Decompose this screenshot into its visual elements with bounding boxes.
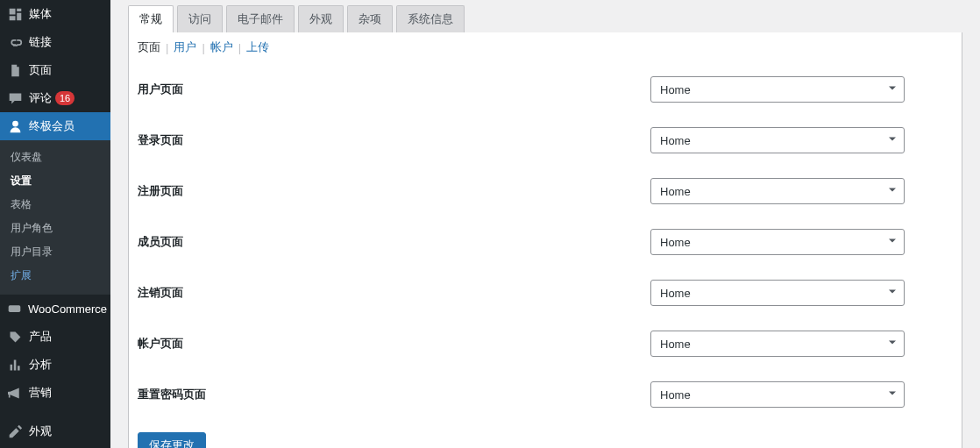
tab-general[interactable]: 常规	[128, 5, 174, 32]
comment-icon	[7, 90, 23, 106]
label-reset-page: 重置密码页面	[138, 387, 650, 402]
subtab-pages[interactable]: 页面	[138, 39, 160, 55]
sidebar-label: 终极会员	[29, 118, 75, 134]
sidebar-label: 媒体	[29, 6, 52, 22]
sidebar-item-marketing[interactable]: 营销	[0, 379, 110, 407]
submenu-extensions[interactable]: 扩展	[0, 264, 110, 288]
subtab-users[interactable]: 用户	[174, 39, 196, 55]
subtab-account[interactable]: 帐户	[210, 39, 233, 55]
sidebar-item-comments[interactable]: 评论 16	[0, 84, 110, 112]
submenu-roles[interactable]: 用户角色	[0, 217, 110, 240]
comments-badge: 16	[55, 91, 75, 105]
sidebar-item-appearance[interactable]: 外观	[0, 417, 110, 445]
sidebar-submenu: 仪表盘 设置 表格 用户角色 用户目录 扩展	[0, 140, 110, 295]
sidebar-label: 页面	[29, 62, 52, 78]
select-members-page[interactable]: Home	[650, 229, 905, 255]
select-register-page[interactable]: Home	[650, 178, 905, 204]
select-account-page[interactable]: Home	[650, 331, 905, 357]
submenu-forms[interactable]: 表格	[0, 193, 110, 217]
label-logout-page: 注销页面	[138, 285, 650, 301]
woo-icon	[7, 301, 22, 316]
sidebar-item-woocommerce[interactable]: WooCommerce	[0, 295, 110, 323]
sidebar-label: WooCommerce	[28, 302, 107, 316]
separator: |	[202, 41, 204, 54]
tab-appearance[interactable]: 外观	[298, 5, 344, 32]
tab-access[interactable]: 访问	[177, 5, 223, 32]
label-members-page: 成员页面	[138, 234, 650, 250]
save-button[interactable]: 保存更改	[138, 432, 206, 448]
marketing-icon	[7, 385, 23, 401]
separator: |	[166, 41, 168, 54]
sidebar-label: 外观	[29, 423, 52, 439]
select-user-page[interactable]: Home	[650, 76, 905, 103]
sidebar-label: 分析	[29, 357, 52, 373]
select-login-page[interactable]: Home	[650, 127, 905, 153]
select-logout-page[interactable]: Home	[650, 280, 905, 306]
sidebar-label: 产品	[29, 329, 52, 345]
sidebar-label: 链接	[29, 34, 52, 50]
main-content: 常规 访问 电子邮件 外观 杂项 系统信息 页面 | 用户 | 帐户 | 上传 …	[110, 0, 980, 448]
sidebar-item-products[interactable]: 产品	[0, 323, 110, 351]
submenu-directory[interactable]: 用户目录	[0, 240, 110, 264]
svg-rect-0	[9, 305, 21, 312]
settings-form: 用户页面 Home 登录页面 Home 注册页面 Ho	[129, 62, 962, 448]
label-user-page: 用户页面	[138, 82, 650, 97]
link-icon	[7, 34, 23, 50]
sidebar-item-ultimate-member[interactable]: 终极会员	[0, 112, 110, 140]
select-reset-page[interactable]: Home	[650, 381, 905, 408]
admin-sidebar: 媒体 链接 页面 评论 16 终极会员 仪表盘 设置 表格 用户角色 用户目录 …	[0, 0, 110, 448]
tab-email[interactable]: 电子邮件	[226, 5, 295, 32]
tabs-nav: 常规 访问 电子邮件 外观 杂项 系统信息	[128, 0, 962, 32]
subtabs-container: 页面 | 用户 | 帐户 | 上传 用户页面 Home 登录页面	[128, 32, 962, 448]
subtab-upload[interactable]: 上传	[246, 39, 269, 55]
media-icon	[7, 6, 23, 22]
submenu-settings[interactable]: 设置	[0, 169, 110, 193]
sidebar-item-pages[interactable]: 页面	[0, 56, 110, 84]
separator: |	[238, 41, 241, 54]
products-icon	[7, 329, 23, 345]
sidebar-item-analytics[interactable]: 分析	[0, 351, 110, 379]
analytics-icon	[7, 357, 23, 373]
label-login-page: 登录页面	[138, 132, 650, 148]
tab-sysinfo[interactable]: 系统信息	[396, 5, 465, 32]
sidebar-label: 营销	[29, 385, 52, 401]
sidebar-label: 评论	[29, 90, 52, 106]
submenu-dashboard[interactable]: 仪表盘	[0, 146, 110, 169]
page-icon	[7, 62, 23, 78]
sidebar-item-links[interactable]: 链接	[0, 28, 110, 56]
label-register-page: 注册页面	[138, 183, 650, 199]
label-account-page: 帐户页面	[138, 336, 650, 352]
tab-misc[interactable]: 杂项	[347, 5, 393, 32]
sidebar-item-media[interactable]: 媒体	[0, 0, 110, 28]
appearance-icon	[7, 423, 23, 439]
user-icon	[7, 118, 23, 134]
